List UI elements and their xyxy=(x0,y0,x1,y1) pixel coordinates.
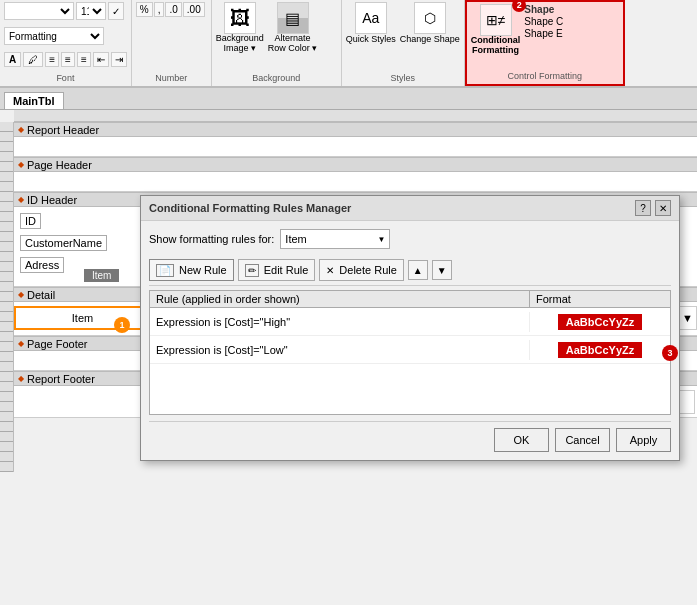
badge-1: 1 xyxy=(114,317,130,333)
font-group-label: Font xyxy=(4,72,127,84)
report-header-band[interactable]: ◆ Report Header xyxy=(14,122,697,137)
decrease-decimal-btn[interactable]: .00 xyxy=(183,2,205,17)
conditional-formatting-icon: ⊞≠ xyxy=(480,4,512,36)
dialog-title-btns: ? ✕ xyxy=(635,200,671,216)
change-shape-btn[interactable]: ⬡ Change Shape xyxy=(400,2,460,44)
cond-format-label: ConditionalFormatting xyxy=(471,36,521,56)
format-badge-1: AaBbCcYyZz xyxy=(558,342,642,358)
cancel-button[interactable]: Cancel xyxy=(555,428,610,452)
highlight-btn[interactable]: 🖊 xyxy=(23,52,43,67)
number-group-label: Number xyxy=(136,72,207,84)
results-dropdown-arrow: ▼ xyxy=(682,312,693,324)
shape-items-list: Shape Shape C Shape E xyxy=(524,4,563,39)
delete-rule-icon: ✕ xyxy=(326,265,334,276)
rule-format-0: AaBbCcYyZz xyxy=(530,310,670,334)
page-header-band[interactable]: ◆ Page Header xyxy=(14,157,697,172)
shape-e-item[interactable]: Shape E xyxy=(524,28,563,39)
dialog-title: Conditional Formatting Rules Manager xyxy=(149,202,351,214)
edit-rule-icon: ✏ xyxy=(245,264,259,277)
show-rules-label: Show formatting rules for: xyxy=(149,233,274,245)
report-footer-arrow: ◆ xyxy=(18,374,24,383)
show-rules-combo[interactable]: Item ▼ xyxy=(280,229,390,249)
combo-arrow: ▼ xyxy=(377,235,385,244)
font-group: 11 ✓ Formatting A 🖊 ≡ ≡ ≡ ⇤ ⇥ Font xyxy=(0,0,132,86)
background-group: 🖼 BackgroundImage ▾ ▤ AlternateRow Color… xyxy=(212,0,342,86)
comma-btn[interactable]: , xyxy=(154,2,165,17)
id-field: ID xyxy=(20,213,41,229)
rules-empty-space xyxy=(150,364,670,414)
font-apply-btn[interactable]: ✓ xyxy=(108,2,124,20)
font-family-select[interactable] xyxy=(4,2,74,20)
background-image-btn[interactable]: 🖼 BackgroundImage ▾ xyxy=(216,2,264,54)
shape-title-1: Shape xyxy=(524,4,563,15)
rule-expression-0: Expression is [Cost]="High" xyxy=(150,312,530,332)
vertical-ruler xyxy=(0,122,14,472)
toolbar: 11 ✓ Formatting A 🖊 ≡ ≡ ≡ ⇤ ⇥ Font % , .… xyxy=(0,0,697,88)
indent-btn[interactable]: ⇤ xyxy=(93,52,109,67)
item-footer-label: Item xyxy=(84,269,119,282)
report-footer-label: Report Footer xyxy=(27,373,95,385)
align-left-btn[interactable]: ≡ xyxy=(45,52,59,67)
move-up-btn[interactable]: ▲ xyxy=(408,260,428,280)
edit-rule-btn[interactable]: ✏ Edit Rule xyxy=(238,259,316,281)
font-color-btn[interactable]: A xyxy=(4,52,21,67)
alt-row-color-btn[interactable]: ▤ AlternateRow Color ▾ xyxy=(268,2,318,54)
outdent-btn[interactable]: ⇥ xyxy=(111,52,127,67)
detail-label: Detail xyxy=(27,289,55,301)
show-rules-row: Show formatting rules for: Item ▼ xyxy=(149,229,671,249)
alt-row-label: AlternateRow Color ▾ xyxy=(268,34,318,54)
move-down-btn[interactable]: ▼ xyxy=(432,260,452,280)
quick-styles-btn[interactable]: Aa Quick Styles xyxy=(346,2,396,44)
page-footer-label: Page Footer xyxy=(27,338,88,350)
page-header-arrow: ◆ xyxy=(18,160,24,169)
cond-format-dialog: Conditional Formatting Rules Manager ? ✕… xyxy=(140,195,680,461)
conditional-formatting-btn[interactable]: ⊞≠ ConditionalFormatting 2 xyxy=(471,4,521,56)
alt-row-icon: ▤ xyxy=(277,2,309,34)
percent-btn[interactable]: % xyxy=(136,2,153,17)
change-shape-icon: ⬡ xyxy=(414,2,446,34)
dialog-help-btn[interactable]: ? xyxy=(635,200,651,216)
address-field: Adress xyxy=(20,257,64,273)
page-footer-arrow: ◆ xyxy=(18,339,24,348)
format-badge-0: AaBbCcYyZz xyxy=(558,314,642,330)
ok-button[interactable]: OK xyxy=(494,428,549,452)
styles-group: Aa Quick Styles ⬡ Change Shape Styles xyxy=(342,0,465,86)
ruler-marks: // Inline ruler marks generation would b… xyxy=(16,110,695,121)
control-formatting-label: Control Formatting xyxy=(471,70,619,82)
detail-item-cell[interactable]: Item xyxy=(14,306,151,330)
rule-row-1[interactable]: Expression is [Cost]="Low" AaBbCcYyZz xyxy=(150,336,670,364)
apply-button[interactable]: Apply xyxy=(616,428,671,452)
dialog-title-bar: Conditional Formatting Rules Manager ? ✕ xyxy=(141,196,679,221)
shape-c-item[interactable]: Shape C xyxy=(524,16,563,27)
main-tbl-tab[interactable]: MainTbl xyxy=(4,92,64,109)
dialog-body: Show formatting rules for: Item ▼ 📄 New … xyxy=(141,221,679,460)
background-image-icon: 🖼 xyxy=(224,2,256,34)
dialog-footer: OK Cancel Apply xyxy=(149,421,671,452)
id-header-label: ID Header xyxy=(27,194,77,206)
rules-toolbar: 📄 New Rule ✏ Edit Rule ✕ Delete Rule ▲ ▼ xyxy=(149,255,671,286)
align-right-btn[interactable]: ≡ xyxy=(77,52,91,67)
rules-table: Rule (applied in order shown) Format Exp… xyxy=(149,290,671,415)
dialog-close-btn[interactable]: ✕ xyxy=(655,200,671,216)
report-header-label: Report Header xyxy=(27,124,99,136)
delete-rule-btn[interactable]: ✕ Delete Rule xyxy=(319,259,403,281)
quick-styles-label: Quick Styles xyxy=(346,34,396,44)
align-center-btn[interactable]: ≡ xyxy=(61,52,75,67)
styles-group-label: Styles xyxy=(346,72,460,84)
control-formatting-group: ⊞≠ ConditionalFormatting 2 Shape Shape C… xyxy=(465,0,625,86)
format-col-header: Format xyxy=(530,291,670,307)
detail-arrow: ◆ xyxy=(18,290,24,299)
background-group-label: Background xyxy=(216,72,337,84)
horizontal-ruler: // Inline ruler marks generation would b… xyxy=(14,110,697,122)
rule-row-0[interactable]: Expression is [Cost]="High" AaBbCcYyZz xyxy=(150,308,670,336)
format-select[interactable]: Formatting xyxy=(4,27,104,45)
page-header-label: Page Header xyxy=(27,159,92,171)
rule-expression-1: Expression is [Cost]="Low" xyxy=(150,340,530,360)
quick-styles-icon: Aa xyxy=(355,2,387,34)
tab-bar: MainTbl xyxy=(0,88,697,110)
page-header-body xyxy=(14,172,697,192)
new-rule-btn[interactable]: 📄 New Rule xyxy=(149,259,234,281)
bg-image-label: BackgroundImage ▾ xyxy=(216,34,264,54)
font-size-select[interactable]: 11 xyxy=(76,2,106,20)
increase-decimal-btn[interactable]: .0 xyxy=(165,2,181,17)
